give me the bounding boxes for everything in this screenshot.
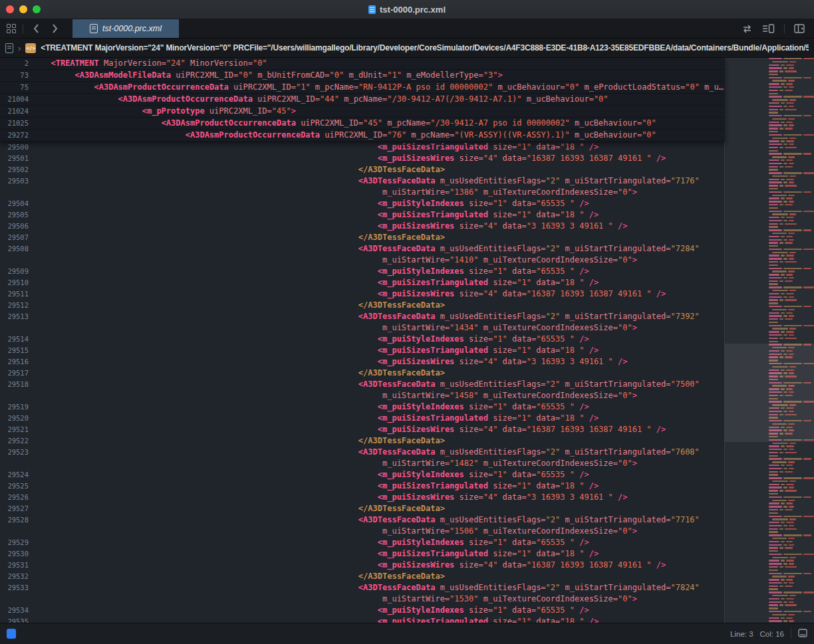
file-status-badge[interactable] [7, 629, 16, 639]
editor-pane[interactable]: 2 <TREATMENT MajorVersion="24" MinorVers… [0, 58, 814, 623]
line-number[interactable]: 29528 [0, 514, 37, 526]
toggle-panel-icon[interactable] [798, 629, 807, 639]
line-number[interactable]: 29503 [0, 175, 37, 187]
line-number[interactable]: 29502 [0, 164, 37, 175]
code-line[interactable]: 29522 </A3DTessFaceData> [0, 435, 725, 447]
code-line[interactable]: 29502 </A3DTessFaceData> [0, 164, 725, 175]
code-line[interactable]: m_uiStartWire="1410" m_uiTextureCoordInd… [0, 255, 725, 266]
split-editor-icon[interactable] [794, 24, 805, 33]
show-all-tabs-icon[interactable] [7, 24, 16, 33]
line-number[interactable]: 29535 [0, 616, 37, 623]
code-line[interactable]: 29529 <m_puiStyleIndexes size="1" data="… [0, 537, 725, 548]
code-line[interactable]: 29516 <m_puiSizesWires size="4" data="3 … [0, 356, 725, 368]
code-line[interactable]: 75 <A3DAsmProductOccurrenceData uiPRC2XM… [0, 82, 725, 94]
code-line[interactable]: 29503 <A3DTessFaceData m_usUsedEntitiesF… [0, 175, 725, 187]
preview-icon[interactable] [762, 24, 775, 33]
line-number[interactable] [0, 526, 37, 537]
code-line[interactable]: 29533 <A3DTessFaceData m_usUsedEntitiesF… [0, 582, 725, 593]
line-number[interactable]: 29522 [0, 435, 37, 447]
code-line[interactable]: 21025 <A3DAsmProductOccurrenceData uiPRC… [0, 118, 725, 130]
line-number[interactable]: 29513 [0, 311, 37, 322]
line-number[interactable]: 29519 [0, 401, 37, 413]
code-line[interactable]: 29527 </A3DTessFaceData> [0, 503, 725, 514]
line-number[interactable]: 29517 [0, 368, 37, 379]
code-line[interactable]: 29528 <A3DTessFaceData m_usUsedEntitiesF… [0, 514, 725, 526]
line-number[interactable]: 29521 [0, 424, 37, 435]
line-number[interactable]: 29534 [0, 605, 37, 616]
line-number[interactable] [0, 458, 37, 469]
line-number[interactable]: 29529 [0, 537, 37, 548]
code-line[interactable]: 29526 <m_puiSizesWires size="4" data="3 … [0, 492, 725, 503]
line-number[interactable]: 29518 [0, 379, 37, 390]
minimap[interactable] [724, 58, 814, 623]
code-line[interactable]: 29531 <m_puiSizesWires size="4" data="16… [0, 560, 725, 571]
code-line[interactable]: 29510 <m_puiSizesTriangulated size="1" d… [0, 277, 725, 288]
line-number[interactable] [0, 322, 37, 334]
sync-icon[interactable] [742, 25, 753, 33]
code-line[interactable]: m_uiStartWire="1458" m_uiTextureCoordInd… [0, 390, 725, 401]
code-line[interactable]: 29520 <m_puiSizesTriangulated size="1" d… [0, 413, 725, 424]
line-number[interactable]: 29525 [0, 481, 37, 492]
line-number[interactable]: 29533 [0, 582, 37, 593]
line-number[interactable]: 29520 [0, 413, 37, 424]
line-number[interactable]: 29510 [0, 277, 37, 288]
code-line[interactable]: 29535 <m_puiSizesTriangulated size="1" d… [0, 616, 725, 623]
code-line[interactable]: m_uiStartWire="1530" m_uiTextureCoordInd… [0, 593, 725, 605]
code-line[interactable]: 29507 </A3DTessFaceData> [0, 232, 725, 243]
code-line[interactable]: 29513 <A3DTessFaceData m_usUsedEntitiesF… [0, 311, 725, 322]
code-line[interactable]: 29506 <m_puiSizesWires size="4" data="3 … [0, 221, 725, 232]
code-line[interactable]: m_uiStartWire="1506" m_uiTextureCoordInd… [0, 526, 725, 537]
code-line[interactable]: m_uiStartWire="1434" m_uiTextureCoordInd… [0, 322, 725, 334]
code-line[interactable]: 29517 </A3DTessFaceData> [0, 368, 725, 379]
code-line[interactable]: 29500 <m_puiSizesTriangulated size="1" d… [0, 142, 725, 153]
minimize-window-button[interactable] [19, 5, 27, 13]
code-line[interactable]: 29519 <m_puiStyleIndexes size="1" data="… [0, 401, 725, 413]
code-line[interactable]: 29523 <A3DTessFaceData m_usUsedEntitiesF… [0, 447, 725, 458]
line-number[interactable]: 29524 [0, 469, 37, 481]
code-line[interactable]: 29505 <m_puiSizesTriangulated size="1" d… [0, 209, 725, 221]
code-line[interactable]: 29515 <m_puiSizesTriangulated size="1" d… [0, 345, 725, 356]
line-number[interactable]: 29516 [0, 356, 37, 368]
line-number[interactable]: 29530 [0, 548, 37, 560]
code-line[interactable]: 29511 <m_puiSizesWires size="4" data="16… [0, 288, 725, 300]
code-line[interactable]: 29521 <m_puiSizesWires size="4" data="16… [0, 424, 725, 435]
line-number[interactable]: 29509 [0, 266, 37, 277]
code-line[interactable]: m_uiStartWire="1482" m_uiTextureCoordInd… [0, 458, 725, 469]
line-number[interactable]: 29505 [0, 209, 37, 221]
line-number[interactable]: 21004 [0, 94, 37, 105]
code-line[interactable]: 29508 <A3DTessFaceData m_usUsedEntitiesF… [0, 243, 725, 255]
line-number[interactable] [0, 390, 37, 401]
line-number[interactable]: 29515 [0, 345, 37, 356]
line-number[interactable]: 2 [0, 58, 37, 69]
code-line[interactable]: 29272 <A3DAsmProductOccurrenceData uiPRC… [0, 130, 725, 142]
code-line[interactable]: 29501 <m_puiSizesWires size="4" data="16… [0, 153, 725, 164]
line-number[interactable]: 75 [0, 82, 37, 93]
line-number[interactable]: 29501 [0, 153, 37, 164]
line-number[interactable]: 21024 [0, 106, 37, 117]
line-number[interactable]: 29527 [0, 503, 37, 514]
line-number[interactable]: 29507 [0, 232, 37, 243]
code-line[interactable]: 29530 <m_puiSizesTriangulated size="1" d… [0, 548, 725, 560]
code-line[interactable]: m_uiStartWire="1386" m_uiTextureCoordInd… [0, 187, 725, 198]
line-number[interactable]: 29500 [0, 142, 37, 153]
line-number[interactable]: 29508 [0, 243, 37, 255]
line-number[interactable] [0, 593, 37, 605]
code-line[interactable]: 29525 <m_puiSizesTriangulated size="1" d… [0, 481, 725, 492]
code-line[interactable]: 29509 <m_puiStyleIndexes size="1" data="… [0, 266, 725, 277]
line-number[interactable]: 29511 [0, 288, 37, 300]
line-number[interactable]: 73 [0, 70, 37, 81]
line-number[interactable] [0, 187, 37, 198]
close-window-button[interactable] [6, 5, 14, 13]
code-line[interactable]: 21004 <A3DAsmProductOccurrenceData uiPRC… [0, 94, 725, 106]
code-line[interactable]: 29512 </A3DTessFaceData> [0, 300, 725, 311]
line-number[interactable]: 29526 [0, 492, 37, 503]
line-number[interactable]: 29272 [0, 130, 37, 141]
code-line[interactable]: 21024 <m_pPrototype uiPRC2XML_ID="45"> [0, 106, 725, 118]
code-line[interactable]: 29524 <m_puiStyleIndexes size="1" data="… [0, 469, 725, 481]
code-line[interactable]: 29518 <A3DTessFaceData m_usUsedEntitiesF… [0, 379, 725, 390]
line-number[interactable]: 29523 [0, 447, 37, 458]
code-line[interactable]: 29534 <m_puiStyleIndexes size="1" data="… [0, 605, 725, 616]
back-chevron-icon[interactable] [30, 23, 42, 35]
code-line[interactable]: 29532 </A3DTessFaceData> [0, 571, 725, 582]
code-line[interactable]: 29504 <m_puiStyleIndexes size="1" data="… [0, 198, 725, 209]
